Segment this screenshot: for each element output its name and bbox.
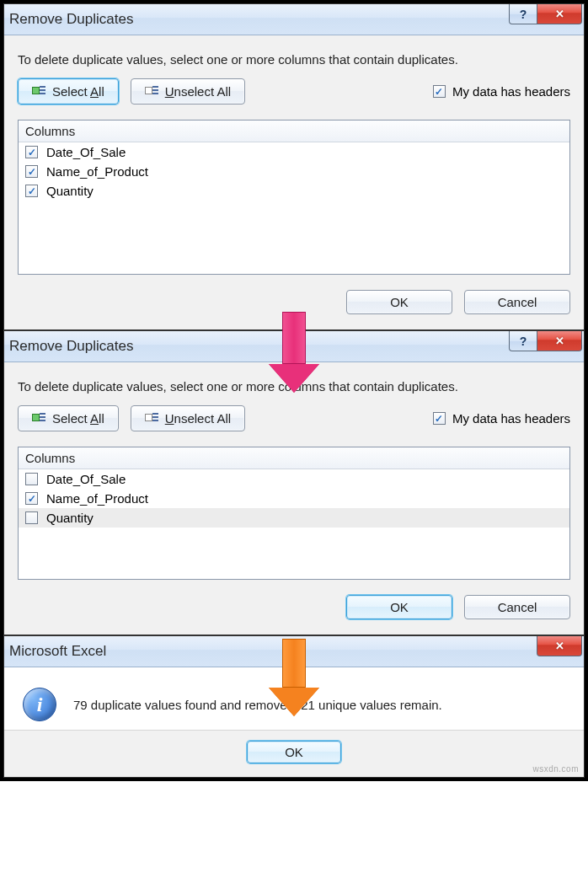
headers-checkbox-group: My data has headers (433, 411, 570, 426)
help-icon: ? (520, 335, 527, 348)
select-all-button[interactable]: Select All (18, 78, 119, 104)
message-content: i 79 duplicate values found and removed;… (4, 667, 584, 730)
columns-header: Columns (19, 120, 569, 142)
unselect-all-icon (145, 413, 158, 425)
excel-message-dialog: Microsoft Excel ✕ i 79 duplicate values … (3, 635, 585, 778)
column-row[interactable]: Name_of_Product (19, 489, 569, 508)
column-label: Quantity (46, 184, 94, 198)
remove-duplicates-dialog-2: Remove Duplicates ? ✕ To delete duplicat… (3, 330, 585, 635)
message-footer: OK (4, 730, 584, 777)
toolbar: Select All Unselect All My data has head… (18, 78, 570, 104)
column-label: Date_Of_Sale (46, 145, 126, 159)
titlebar: Remove Duplicates ? ✕ (4, 331, 584, 362)
window-controls: ? ✕ (509, 331, 584, 361)
column-checkbox[interactable] (25, 511, 38, 524)
window-controls: ✕ (537, 636, 584, 667)
unselect-all-icon (145, 86, 158, 98)
column-checkbox[interactable] (25, 165, 38, 178)
toolbar: Select All Unselect All My data has head… (18, 405, 570, 431)
dialog-title: Microsoft Excel (9, 643, 106, 660)
close-icon: ✕ (555, 335, 564, 347)
column-label: Date_Of_Sale (46, 472, 126, 486)
remove-duplicates-dialog-1: Remove Duplicates ? ✕ To delete duplicat… (3, 3, 585, 330)
cancel-button[interactable]: Cancel (464, 595, 570, 619)
help-button[interactable]: ? (509, 331, 537, 351)
columns-listbox: Columns Date_Of_SaleName_of_ProductQuant… (18, 120, 570, 275)
headers-checkbox[interactable] (433, 412, 446, 425)
column-row[interactable]: Quantity (19, 508, 569, 528)
close-button[interactable]: ✕ (537, 4, 582, 24)
unselect-all-button[interactable]: Unselect All (131, 78, 245, 104)
columns-list[interactable]: Date_Of_SaleName_of_ProductQuantity (19, 142, 569, 274)
column-label: Name_of_Product (46, 491, 148, 506)
dialog-content: To delete duplicate values, select one o… (4, 362, 584, 635)
unselect-all-label: Unselect All (165, 411, 231, 426)
select-all-button[interactable]: Select All (18, 405, 119, 431)
instruction-text: To delete duplicate values, select one o… (18, 379, 570, 394)
columns-list[interactable]: Date_Of_SaleName_of_ProductQuantity (19, 469, 569, 579)
close-button[interactable]: ✕ (537, 636, 582, 656)
dialog-title: Remove Duplicates (9, 11, 133, 28)
close-icon: ✕ (555, 640, 564, 652)
ok-button[interactable]: OK (346, 595, 452, 619)
cancel-button[interactable]: Cancel (464, 290, 570, 314)
instruction-text: To delete duplicate values, select one o… (18, 52, 570, 67)
headers-label: My data has headers (452, 411, 570, 426)
dialog-footer: OK Cancel (18, 290, 570, 314)
column-checkbox[interactable] (25, 185, 38, 197)
column-checkbox[interactable] (25, 473, 38, 485)
watermark: wsxdn.com (532, 764, 579, 774)
select-all-label: Select All (52, 411, 104, 426)
dialog-content: To delete duplicate values, select one o… (4, 35, 584, 329)
columns-listbox: Columns Date_Of_SaleName_of_ProductQuant… (18, 447, 570, 580)
titlebar: Remove Duplicates ? ✕ (4, 4, 584, 35)
ok-button[interactable]: OK (247, 741, 341, 763)
unselect-all-button[interactable]: Unselect All (131, 405, 245, 431)
close-button[interactable]: ✕ (537, 331, 582, 351)
headers-label: My data has headers (452, 84, 570, 99)
help-button[interactable]: ? (509, 4, 537, 24)
column-checkbox[interactable] (25, 146, 38, 158)
column-row[interactable]: Date_Of_Sale (19, 142, 569, 162)
help-icon: ? (520, 8, 527, 21)
headers-checkbox[interactable] (433, 85, 446, 98)
column-row[interactable]: Quantity (19, 181, 569, 201)
select-all-icon (32, 413, 45, 425)
column-row[interactable]: Name_of_Product (19, 162, 569, 181)
select-all-icon (32, 86, 45, 98)
message-text: 79 duplicate values found and removed; 2… (73, 698, 442, 712)
column-checkbox[interactable] (25, 492, 38, 505)
column-row[interactable]: Date_Of_Sale (19, 469, 569, 489)
select-all-label: Select All (52, 84, 104, 99)
info-icon: i (23, 688, 56, 721)
close-icon: ✕ (555, 8, 564, 20)
column-label: Quantity (46, 511, 94, 525)
column-label: Name_of_Product (46, 164, 148, 179)
dialog-title: Remove Duplicates (9, 338, 133, 355)
columns-header: Columns (19, 447, 569, 469)
window-controls: ? ✕ (509, 4, 584, 35)
headers-checkbox-group: My data has headers (433, 84, 570, 99)
dialog-footer: OK Cancel (18, 595, 570, 619)
titlebar: Microsoft Excel ✕ (4, 636, 584, 667)
unselect-all-label: Unselect All (165, 84, 231, 99)
ok-button[interactable]: OK (346, 290, 452, 314)
